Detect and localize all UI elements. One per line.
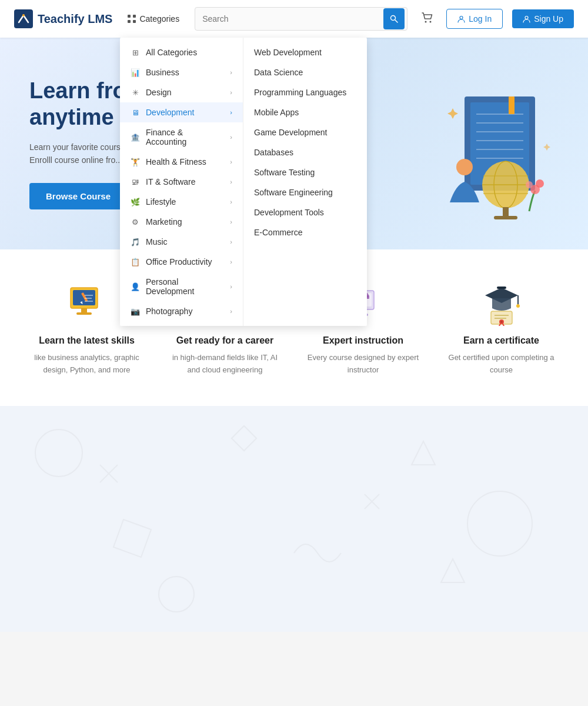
music-label: Music — [146, 237, 168, 247]
logo-icon — [14, 9, 33, 28]
submenu-item-mobile-apps[interactable]: Mobile Apps — [243, 102, 367, 122]
svg-rect-35 — [76, 312, 92, 315]
dropdown-left-panel: ⊞ All Categories 📊 Business › ✳ Design ›… — [120, 38, 243, 326]
menu-item-business[interactable]: 📊 Business › — [120, 62, 243, 82]
development-label: Development — [146, 108, 195, 117]
menu-item-health[interactable]: 🏋 Health & Fitness › — [120, 152, 243, 172]
marketing-label: Marketing — [146, 217, 182, 227]
photography-icon: 📷 — [131, 307, 140, 316]
svg-point-8 — [425, 21, 427, 22]
login-button[interactable]: Log In — [446, 9, 503, 29]
bottom-section — [0, 406, 588, 632]
feature-career-desc: in high-demand fields like IT, AI and cl… — [168, 352, 282, 377]
menu-item-design[interactable]: ✳ Design › — [120, 82, 243, 102]
svg-rect-65 — [113, 519, 151, 557]
feature-cert: Earn a certificate Get certified upon co… — [438, 279, 564, 377]
health-label: Health & Fitness — [146, 157, 206, 166]
design-label: Design — [146, 88, 172, 97]
feature-cert-icon — [478, 279, 525, 326]
submenu-item-development-tools[interactable]: Development Tools — [243, 202, 367, 222]
finance-icon: 🏦 — [131, 133, 140, 142]
cart-icon — [420, 11, 433, 24]
svg-rect-2 — [128, 15, 131, 18]
svg-point-56 — [516, 304, 520, 308]
chevron-icon: › — [230, 218, 232, 225]
svg-point-31 — [536, 179, 544, 188]
svg-rect-0 — [14, 9, 33, 28]
lifestyle-icon: 🌿 — [131, 198, 140, 207]
development-icon: 🖥 — [131, 108, 140, 117]
menu-item-music[interactable]: 🎵 Music › — [120, 232, 243, 252]
hero-illustration — [359, 61, 559, 226]
office-label: Office Productivity — [146, 257, 212, 267]
personal-icon: 👤 — [131, 282, 140, 291]
all-label: All Categories — [146, 48, 197, 57]
submenu-item-software-testing[interactable]: Software Testing — [243, 162, 367, 182]
search-input[interactable] — [202, 14, 383, 24]
svg-line-7 — [395, 20, 398, 23]
feature-expert-title: Expert instruction — [306, 335, 420, 346]
svg-point-28 — [456, 159, 473, 175]
menu-item-marketing[interactable]: ⚙ Marketing › — [120, 212, 243, 232]
login-icon — [457, 15, 465, 23]
feature-skills-title: Learn the latest skills — [29, 335, 144, 346]
chevron-icon: › — [230, 89, 232, 96]
chevron-icon: › — [230, 198, 232, 205]
svg-rect-34 — [81, 308, 87, 313]
menu-item-it[interactable]: 🖳 IT & Software › — [120, 172, 243, 192]
menu-item-development[interactable]: 🖥 Development › — [120, 102, 243, 122]
dropdown-right-panel: Web DevelopmentData ScienceProgramming L… — [243, 38, 367, 326]
search-icon — [390, 15, 398, 23]
submenu-item-programming-languages[interactable]: Programming Languages — [243, 82, 367, 102]
menu-item-all[interactable]: ⊞ All Categories — [120, 42, 243, 62]
svg-rect-27 — [494, 216, 517, 219]
signup-button[interactable]: Sign Up — [512, 9, 574, 28]
chevron-icon: › — [230, 69, 232, 76]
design-icon: ✳ — [131, 88, 140, 97]
categories-button[interactable]: Categories — [122, 11, 185, 27]
health-icon: 🏋 — [131, 158, 140, 166]
logo[interactable]: Teachify LMS — [14, 9, 112, 28]
finance-label: Finance & Accounting — [146, 128, 225, 146]
menu-item-finance[interactable]: 🏦 Finance & Accounting › — [120, 122, 243, 152]
browse-course-button[interactable]: Browse Course — [29, 183, 127, 209]
chevron-icon: › — [230, 308, 232, 315]
signup-label: Sign Up — [534, 14, 563, 24]
cart-button[interactable] — [417, 8, 437, 31]
chevron-icon: › — [230, 258, 232, 265]
search-bar — [195, 7, 407, 31]
svg-point-1 — [22, 14, 25, 16]
submenu-item-web-development[interactable]: Web Development — [243, 42, 367, 62]
submenu-item-databases[interactable]: Databases — [243, 142, 367, 162]
login-label: Log In — [469, 14, 492, 24]
chevron-icon: › — [230, 238, 232, 245]
lifestyle-label: Lifestyle — [146, 197, 176, 207]
svg-rect-3 — [133, 15, 136, 18]
svg-point-9 — [430, 21, 432, 22]
music-icon: 🎵 — [131, 238, 140, 247]
all-icon: ⊞ — [131, 48, 140, 57]
logo-text: Teachify LMS — [38, 12, 112, 26]
menu-item-office[interactable]: 📋 Office Productivity › — [120, 252, 243, 272]
business-icon: 📊 — [131, 68, 140, 77]
submenu-item-software-engineering[interactable]: Software Engineering — [243, 182, 367, 202]
chevron-icon: › — [230, 134, 232, 141]
personal-label: Personal Development — [146, 277, 225, 296]
svg-rect-54 — [497, 287, 506, 289]
feature-career-title: Get ready for a career — [168, 335, 282, 346]
submenu-item-game-development[interactable]: Game Development — [243, 122, 367, 142]
search-button[interactable] — [383, 8, 405, 29]
submenu-item-e-commerce[interactable]: E-Commerce — [243, 222, 367, 242]
submenu-item-data-science[interactable]: Data Science — [243, 62, 367, 82]
svg-rect-5 — [133, 20, 136, 23]
categories-dropdown: ⊞ All Categories 📊 Business › ✳ Design ›… — [120, 38, 367, 326]
svg-point-66 — [159, 577, 194, 612]
svg-point-61 — [500, 321, 503, 323]
it-label: IT & Software — [146, 177, 196, 187]
feature-cert-desc: Get certified upon completing a course — [444, 352, 559, 377]
menu-item-lifestyle[interactable]: 🌿 Lifestyle › — [120, 192, 243, 212]
chevron-icon: › — [230, 109, 232, 116]
navbar: Teachify LMS Categories — [0, 0, 588, 38]
menu-item-personal[interactable]: 👤 Personal Development › — [120, 272, 243, 301]
menu-item-photography[interactable]: 📷 Photography › — [120, 301, 243, 321]
